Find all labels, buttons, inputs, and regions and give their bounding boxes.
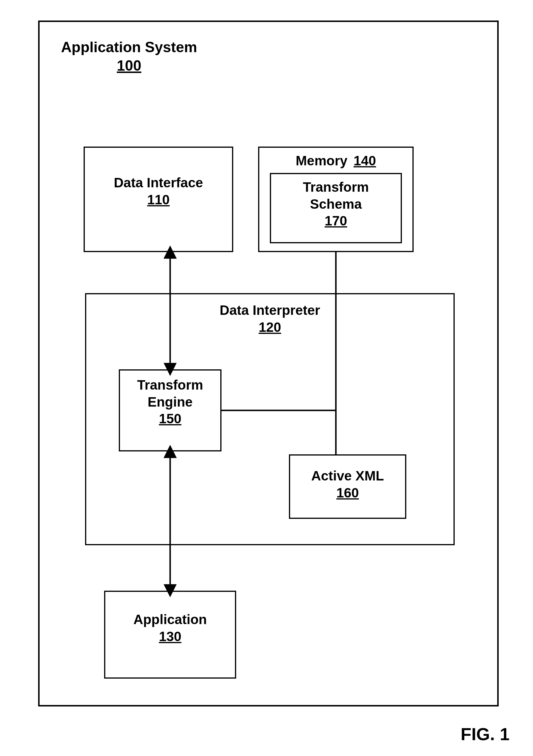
data-interface-ref: 110 <box>147 192 170 207</box>
figure-label-text: FIG. 1 <box>461 724 510 744</box>
data-interpreter-title: Data Interpreter 120 <box>85 302 455 336</box>
transform-engine-title: Transform Engine 150 <box>119 377 221 427</box>
transform-schema-label-2: Schema <box>310 196 362 212</box>
memory-label: Memory <box>296 153 347 168</box>
data-interpreter-label: Data Interpreter <box>220 303 320 318</box>
transform-schema-label-1: Transform <box>303 179 369 195</box>
transform-schema-ref: 170 <box>325 213 347 229</box>
transform-engine-label-1: Transform <box>137 377 203 392</box>
diagram-page: Application System 100 Data Interface 11… <box>0 0 533 756</box>
active-xml-label: Active XML <box>311 468 384 483</box>
transform-schema-title: Transform Schema 170 <box>270 179 402 230</box>
application-title: Application 130 <box>104 611 236 645</box>
application-system-ref: 100 <box>117 57 141 74</box>
transform-engine-ref: 150 <box>159 411 182 426</box>
active-xml-title: Active XML 160 <box>289 468 406 501</box>
application-system-title: Application System 100 <box>53 38 205 75</box>
memory-title: Memory 140 <box>258 152 414 170</box>
application-ref: 130 <box>159 629 182 644</box>
application-label: Application <box>133 612 207 627</box>
transform-engine-label-2: Engine <box>148 394 192 410</box>
active-xml-ref: 160 <box>336 485 359 500</box>
application-system-label: Application System <box>61 39 197 55</box>
figure-label: FIG. 1 <box>461 724 510 744</box>
data-interface-title: Data Interface 110 <box>84 175 233 208</box>
data-interpreter-ref: 120 <box>259 319 281 335</box>
data-interface-label: Data Interface <box>114 175 203 190</box>
memory-ref: 140 <box>353 153 376 168</box>
